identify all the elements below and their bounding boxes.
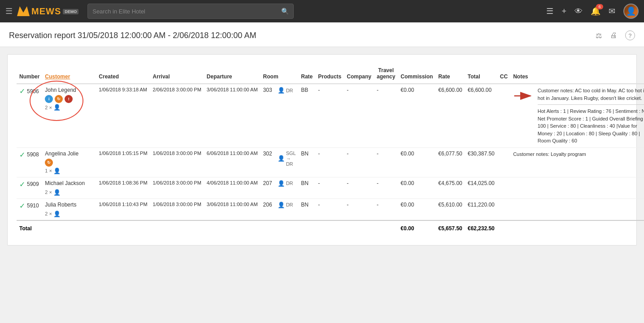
cell-total: €14,025.00 bbox=[465, 177, 497, 198]
alert-icon[interactable]: ! bbox=[65, 95, 73, 103]
cell-travel-agency: - bbox=[374, 147, 398, 177]
cell-customer: Julia Roberts 2 × 👤 bbox=[42, 198, 96, 220]
col-total: Total bbox=[465, 64, 497, 84]
hamburger-icon[interactable]: ☰ bbox=[5, 6, 13, 16]
cell-rate-plan: BN bbox=[298, 198, 315, 220]
customer-count: 2 × 👤 bbox=[45, 104, 93, 111]
customer-name[interactable]: Angelina Jolie bbox=[45, 151, 93, 157]
cell-company: - bbox=[344, 84, 374, 147]
cell-total: €11,220.00 bbox=[465, 198, 497, 220]
table-row: ✓ 5910 Julia Roberts 2 × 👤 1/06/2018 1:1… bbox=[17, 198, 644, 220]
col-customer[interactable]: Customer bbox=[42, 64, 96, 84]
cell-notes: Customer notes: Loyalty program bbox=[510, 147, 644, 177]
cell-customer: Michael Jackson 2 × 👤 bbox=[42, 177, 96, 198]
cell-departure: 6/06/2018 11:00:00 AM bbox=[204, 147, 261, 177]
col-created: Created bbox=[96, 64, 150, 84]
cell-products: - bbox=[315, 84, 344, 147]
table-row: ✓ 5908 Angelina Jolie ↻ 1 × 👤 1/06/2018 … bbox=[17, 147, 644, 177]
cell-number: ✓ 5909 bbox=[17, 177, 42, 198]
col-products: Products bbox=[315, 64, 344, 84]
demo-badge: DEMO bbox=[63, 9, 78, 14]
cell-created: 1/06/2018 1:05:15 PM bbox=[96, 147, 150, 177]
eye-icon[interactable]: 👁 bbox=[574, 7, 583, 16]
cell-rate-plan: BB bbox=[298, 84, 315, 147]
page-header: Reservation report 31/05/2018 12:00:00 A… bbox=[0, 22, 644, 47]
col-arrival: Arrival bbox=[150, 64, 204, 84]
person-icon: 👤 bbox=[278, 87, 285, 94]
reservation-number: 5909 bbox=[27, 181, 39, 187]
check-icon: ✓ bbox=[19, 151, 25, 159]
search-icon: 🔍 bbox=[281, 8, 289, 15]
check-icon: ✓ bbox=[19, 202, 25, 210]
cell-notes: Customer notes: AC too cold in May. AC t… bbox=[510, 84, 644, 147]
cell-arrival: 1/06/2018 3:00:00 PM bbox=[150, 177, 204, 198]
cell-number: ✓ 5910 bbox=[17, 198, 42, 220]
person-icon: 👤 bbox=[53, 189, 61, 196]
cell-cc bbox=[497, 198, 510, 220]
sync-icon[interactable]: ↻ bbox=[45, 159, 53, 167]
cell-customer: John Legend i↻! 2 × 👤 bbox=[42, 84, 96, 147]
nav-icon-group: ☰ + 👁 🔔 6 ✉ 👤 bbox=[546, 4, 639, 19]
cell-arrival: 2/06/2018 3:00:00 PM bbox=[150, 84, 204, 147]
person-icon: 👤 bbox=[53, 211, 61, 217]
footer-rate: €5,657.50 bbox=[435, 220, 465, 236]
user-avatar[interactable]: 👤 bbox=[623, 4, 639, 19]
cell-commission: €0.00 bbox=[398, 198, 435, 220]
col-room: Room bbox=[261, 64, 299, 84]
search-input[interactable] bbox=[92, 8, 281, 15]
cell-room-type: 👤 DR bbox=[275, 177, 299, 198]
mail-icon[interactable]: ✉ bbox=[609, 6, 615, 16]
col-travel-agency: Travelagency bbox=[374, 64, 398, 84]
cell-departure: 3/06/2018 11:00:00 AM bbox=[204, 198, 261, 220]
customer-count: 2 × 👤 bbox=[45, 211, 93, 217]
cell-room-type: 👤 SGL → DR bbox=[275, 147, 299, 177]
footer-commission: €0.00 bbox=[398, 220, 435, 236]
check-icon: ✓ bbox=[19, 87, 25, 95]
col-notes: Notes bbox=[510, 64, 644, 84]
reservation-number: 5910 bbox=[27, 202, 39, 209]
filter-icon[interactable]: ⚖ bbox=[596, 31, 602, 40]
room-type-label: DR bbox=[286, 88, 293, 93]
logo[interactable]: MEWS DEMO bbox=[17, 6, 78, 17]
col-cc: CC bbox=[497, 64, 510, 84]
cell-customer: Angelina Jolie ↻ 1 × 👤 bbox=[42, 147, 96, 177]
reservation-table: Number Customer Created Arrival Departur… bbox=[17, 64, 644, 236]
notes-content: Customer notes: AC too cold in May. AC t… bbox=[538, 87, 644, 145]
room-type-label: SGL → DR bbox=[286, 151, 296, 167]
cell-number: ✓ 5906 bbox=[17, 84, 42, 147]
customer-count: 2 × 👤 bbox=[45, 189, 93, 196]
person-icon: 👤 bbox=[278, 155, 285, 162]
list-icon[interactable]: ☰ bbox=[546, 6, 553, 16]
print-icon[interactable]: 🖨 bbox=[610, 31, 617, 39]
cell-total: €6,600.00 bbox=[465, 84, 497, 147]
customer-name[interactable]: Michael Jackson bbox=[45, 180, 93, 186]
search-bar[interactable]: 🔍 bbox=[87, 4, 294, 19]
cell-created: 1/06/2018 9:33:18 AM bbox=[96, 84, 150, 147]
cell-created: 1/06/2018 1:08:36 PM bbox=[96, 177, 150, 198]
cell-room-type: 👤 DR bbox=[275, 198, 299, 220]
sync-icon[interactable]: ↻ bbox=[55, 95, 63, 103]
info-icon[interactable]: i bbox=[45, 95, 53, 103]
add-icon[interactable]: + bbox=[561, 7, 566, 16]
cell-company: - bbox=[344, 177, 374, 198]
room-type-label: DR bbox=[286, 202, 293, 207]
cell-commission: €0.00 bbox=[398, 177, 435, 198]
bell-icon[interactable]: 🔔 6 bbox=[591, 6, 600, 16]
person-icon: 👤 bbox=[53, 168, 61, 174]
col-rate: Rate bbox=[298, 64, 315, 84]
customer-name[interactable]: Julia Roberts bbox=[45, 202, 93, 208]
col-company: Company bbox=[344, 64, 374, 84]
cell-rate-plan: BN bbox=[298, 147, 315, 177]
help-icon[interactable]: ? bbox=[625, 30, 635, 40]
cell-arrival: 1/06/2018 3:00:00 PM bbox=[150, 198, 204, 220]
cell-rate: €6,600.00 bbox=[435, 84, 465, 147]
logo-text: MEWS bbox=[31, 6, 61, 17]
col-rate2: Rate bbox=[435, 64, 465, 84]
customer-name[interactable]: John Legend bbox=[45, 87, 93, 93]
cell-cc bbox=[497, 177, 510, 198]
table-footer: Total €0.00 €5,657.50 €62,232.50 bbox=[17, 220, 644, 236]
customer-icon-group: i↻! bbox=[45, 95, 93, 103]
person-icon: 👤 bbox=[278, 202, 285, 208]
cell-commission: €0.00 bbox=[398, 147, 435, 177]
notification-badge: 6 bbox=[596, 4, 603, 9]
